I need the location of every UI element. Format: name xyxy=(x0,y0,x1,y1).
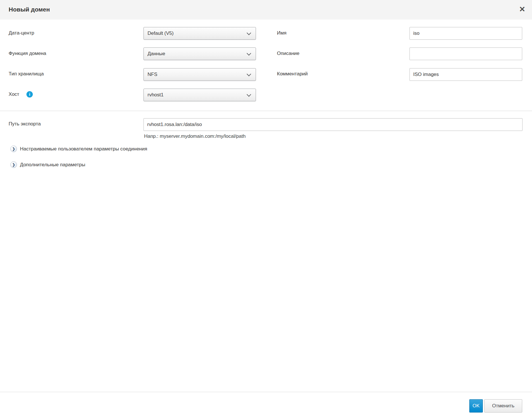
datacenter-select-value: Default (V5) xyxy=(148,27,174,39)
host-label: Хост xyxy=(9,91,19,98)
export-path-input[interactable] xyxy=(143,118,523,131)
expand-chevron-icon: ❯ xyxy=(10,146,17,152)
chevron-down-icon xyxy=(247,72,251,77)
host-select-value: rvhost1 xyxy=(148,89,164,101)
host-select[interactable]: rvhost1 xyxy=(143,89,256,101)
info-icon[interactable]: i xyxy=(26,91,33,98)
description-input[interactable] xyxy=(409,47,522,60)
description-label: Описание xyxy=(277,50,299,57)
domain-function-select[interactable]: Данные xyxy=(143,47,256,60)
comment-label: Комментарий xyxy=(277,71,308,77)
dialog-header: Новый домен ✕ xyxy=(0,0,532,20)
dialog-title: Новый домен xyxy=(9,0,50,20)
domain-function-select-value: Данные xyxy=(148,48,165,60)
custom-connection-expander[interactable]: ❯ Настраиваемые пользователем параметры … xyxy=(10,146,147,152)
footer-divider xyxy=(0,392,532,392)
advanced-parameters-expander[interactable]: ❯ Дополнительные параметры xyxy=(10,161,85,168)
ok-button[interactable]: OK xyxy=(469,399,483,413)
cancel-button[interactable]: Отменить xyxy=(484,399,522,413)
close-icon[interactable]: ✕ xyxy=(516,3,528,16)
storage-type-select[interactable]: NFS xyxy=(143,68,256,81)
storage-type-select-value: NFS xyxy=(148,68,157,81)
export-path-hint: Напр.: myserver.mydomain.com:/my/local/p… xyxy=(144,133,246,139)
new-domain-dialog: Новый домен ✕ Дата-центр Функция домена … xyxy=(0,0,532,420)
storage-type-label: Тип хранилища xyxy=(9,71,44,77)
chevron-down-icon xyxy=(247,51,251,56)
advanced-parameters-expander-label: Дополнительные параметры xyxy=(20,162,85,168)
export-path-label: Путь экспорта xyxy=(9,121,41,127)
custom-connection-expander-label: Настраиваемые пользователем параметры со… xyxy=(20,146,147,152)
domain-function-label: Функция домена xyxy=(9,50,46,57)
comment-input[interactable] xyxy=(409,68,522,81)
datacenter-select[interactable]: Default (V5) xyxy=(143,27,256,40)
expand-chevron-icon: ❯ xyxy=(10,161,17,168)
chevron-down-icon xyxy=(247,92,251,97)
section-divider xyxy=(0,111,532,111)
chevron-down-icon xyxy=(247,31,251,35)
datacenter-label: Дата-центр xyxy=(9,30,34,36)
name-input[interactable] xyxy=(409,27,522,40)
name-label: Имя xyxy=(277,30,286,36)
